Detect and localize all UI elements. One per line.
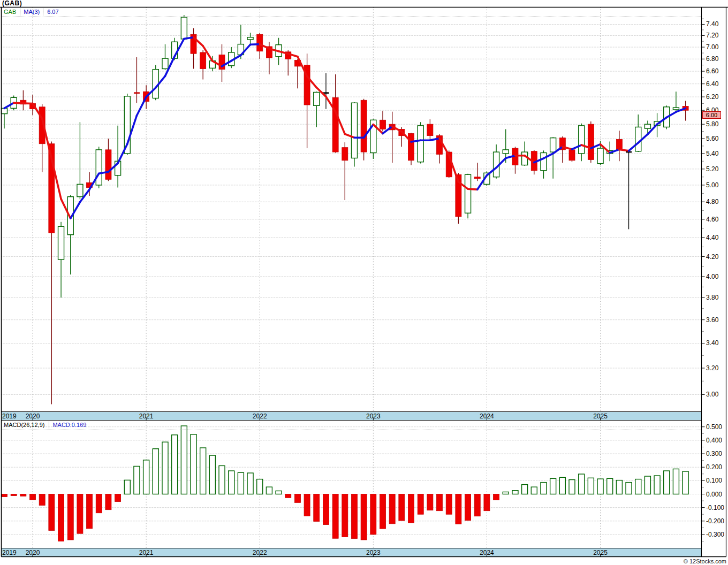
svg-text:3.60: 3.60 — [706, 316, 719, 324]
svg-text:7.20: 7.20 — [706, 32, 719, 39]
svg-text:5.60: 5.60 — [706, 135, 719, 142]
svg-text:3.20: 3.20 — [706, 364, 719, 372]
svg-text:0.300: 0.300 — [706, 450, 722, 457]
svg-text:7.00: 7.00 — [706, 43, 719, 51]
macd-indicator-label: MACD(26,12,9) — [2, 421, 49, 429]
svg-text:0.200: 0.200 — [706, 463, 722, 471]
svg-text:4.00: 4.00 — [706, 273, 719, 280]
svg-text:0.100: 0.100 — [706, 477, 722, 484]
svg-text:4.20: 4.20 — [706, 253, 719, 261]
copyright: © 12Stocks.com — [684, 558, 726, 564]
svg-text:-0.200: -0.200 — [706, 517, 724, 525]
svg-text:6.80: 6.80 — [706, 55, 719, 63]
current-price-badge: 6.00 — [702, 111, 721, 119]
svg-text:2019: 2019 — [2, 413, 17, 420]
legend-ma-value: 6.07 — [43, 8, 62, 16]
svg-text:3.00: 3.00 — [706, 391, 719, 398]
macd-legend: MACD(26,12,9)MACD:0.169 — [2, 421, 701, 430]
svg-text:6.60: 6.60 — [706, 67, 719, 75]
svg-text:-0.100: -0.100 — [706, 504, 724, 511]
svg-text:4.80: 4.80 — [706, 198, 719, 205]
svg-text:-0.300: -0.300 — [706, 531, 724, 538]
svg-text:2019: 2019 — [2, 549, 17, 556]
svg-text:5.00: 5.00 — [706, 181, 719, 189]
svg-text:0.500: 0.500 — [706, 423, 722, 431]
svg-text:0.000: 0.000 — [706, 491, 722, 498]
svg-text:5.80: 5.80 — [706, 120, 719, 128]
svg-text:3.40: 3.40 — [706, 339, 719, 347]
svg-text:5.40: 5.40 — [706, 150, 719, 157]
svg-text:0.400: 0.400 — [706, 437, 722, 444]
main-chart-legend: GABMA(3)6.07 — [2, 8, 701, 17]
legend-ma-label: MA(3) — [20, 8, 43, 16]
svg-text:6.20: 6.20 — [706, 93, 719, 101]
svg-text:6.40: 6.40 — [706, 80, 719, 88]
svg-text:3.80: 3.80 — [706, 294, 719, 301]
page-title: (GAB) — [2, 0, 22, 7]
legend-symbol: GAB — [2, 8, 20, 16]
svg-text:7.40: 7.40 — [706, 20, 719, 28]
svg-text:4.40: 4.40 — [706, 234, 719, 241]
macd-indicator-value: MACD:0.169 — [49, 421, 89, 429]
svg-text:4.60: 4.60 — [706, 216, 719, 223]
stock-chart-canvas[interactable]: 7.407.207.006.806.606.406.206.005.805.60… — [0, 0, 728, 565]
svg-text:5.20: 5.20 — [706, 165, 719, 173]
stock-chart-page: (GAB) GABMA(3)6.07 MACD(26,12,9)MACD:0.1… — [0, 0, 728, 565]
